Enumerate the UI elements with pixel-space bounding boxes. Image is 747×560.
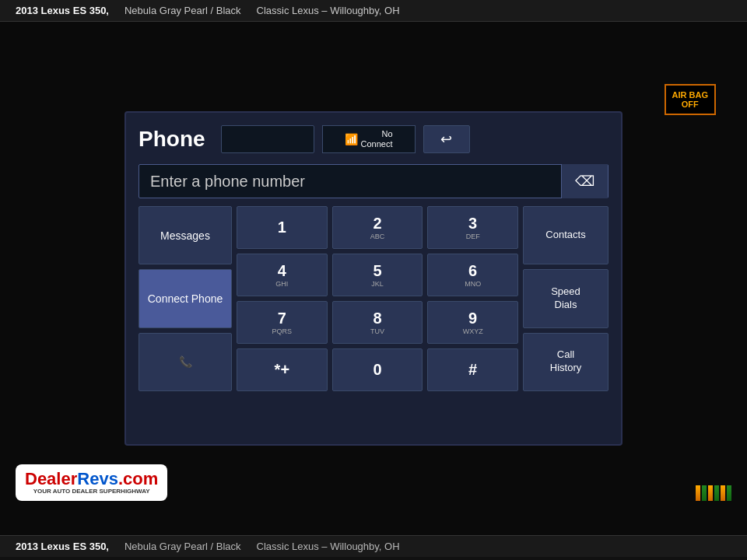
key-7[interactable]: 7PQRS (237, 301, 328, 344)
stripe-5 (721, 485, 725, 501)
stripe-4 (714, 485, 719, 501)
top-trim: Nebula Gray Pearl / Black (124, 5, 241, 16)
key-2[interactable]: 2ABC (332, 206, 423, 249)
key-5[interactable]: 5JKL (332, 254, 423, 296)
stripe-1 (696, 485, 700, 501)
key-1[interactable]: 1 (237, 206, 328, 249)
phone-number-display (221, 125, 314, 153)
phone-screen: Phone 📶 No Connect ↩ Enter a phone numbe… (124, 111, 622, 446)
stripe-6 (727, 485, 731, 501)
bt-no-connect-label: No Connect (361, 129, 393, 149)
number-input-placeholder[interactable]: Enter a phone number (139, 173, 561, 191)
contacts-label: Contacts (545, 229, 585, 242)
decorative-stripes (696, 485, 731, 501)
dealer-logo-name: DealerRevs.com (25, 471, 158, 488)
bottom-title: 2013 Lexus ES 350, (16, 541, 109, 552)
speed-dials-label: SpeedDials (551, 285, 580, 312)
connect-phone-label: Connect Phone (148, 292, 223, 305)
backspace-button[interactable]: ⌫ (561, 164, 608, 198)
airbag-warning: AIR BAG OFF (665, 84, 716, 115)
call-history-button[interactable]: CallHistory (523, 333, 608, 391)
stripe-3 (708, 485, 713, 501)
phone-title: Phone (139, 127, 205, 152)
left-column: Messages Connect Phone 📞 (139, 206, 232, 391)
airbag-line2: OFF (672, 100, 708, 109)
phone-header: Phone 📶 No Connect ↩ (139, 125, 608, 153)
bluetooth-icon: 📶 (345, 133, 358, 145)
connect-phone-button[interactable]: Connect Phone (139, 269, 232, 327)
call-icon: 📞 (179, 355, 192, 368)
key-3[interactable]: 3DEF (427, 206, 518, 249)
keypad-grid: 1 2ABC 3DEF 4GHI 5JKL 6MNO 7PQRS 8TUV 9W… (237, 206, 518, 391)
dealer-logo-sub: Your Auto Dealer SuperHighway (33, 488, 150, 495)
call-history-label: CallHistory (550, 348, 581, 375)
key-star[interactable]: *+ (237, 348, 328, 391)
key-hash[interactable]: # (427, 348, 518, 391)
speed-dials-button[interactable]: SpeedDials (523, 269, 608, 327)
bt-status: 📶 No Connect (322, 125, 416, 153)
key-6[interactable]: 6MNO (427, 254, 518, 296)
top-title: 2013 Lexus ES 350, (16, 5, 109, 16)
dealer-logo: DealerRevs.com Your Auto Dealer SuperHig… (16, 464, 167, 501)
back-button[interactable]: ↩ (423, 125, 470, 153)
key-8[interactable]: 8TUV (332, 301, 423, 344)
main-content: Phone 📶 No Connect ↩ Enter a phone numbe… (0, 22, 747, 535)
bottom-trim: Nebula Gray Pearl / Black (124, 541, 241, 552)
messages-button[interactable]: Messages (139, 206, 232, 264)
key-0[interactable]: 0 (332, 348, 423, 391)
key-9[interactable]: 9WXYZ (427, 301, 518, 344)
number-input-row: Enter a phone number ⌫ (139, 164, 608, 198)
stripe-2 (702, 485, 707, 501)
messages-label: Messages (160, 229, 210, 242)
airbag-line1: AIR BAG (672, 90, 708, 100)
keypad-area: Messages Connect Phone 📞 1 2ABC 3DEF 4GH… (139, 206, 608, 391)
bottom-dealer: Classic Lexus – Willoughby, OH (257, 541, 400, 552)
top-dealer: Classic Lexus – Willoughby, OH (257, 5, 400, 16)
key-4[interactable]: 4GHI (237, 254, 328, 296)
top-bar: 2013 Lexus ES 350, Nebula Gray Pearl / B… (0, 0, 747, 22)
contacts-button[interactable]: Contacts (523, 206, 608, 264)
bottom-bar: 2013 Lexus ES 350, Nebula Gray Pearl / B… (0, 535, 747, 557)
call-icon-button[interactable]: 📞 (139, 333, 232, 391)
right-column: Contacts SpeedDials CallHistory (523, 206, 608, 391)
